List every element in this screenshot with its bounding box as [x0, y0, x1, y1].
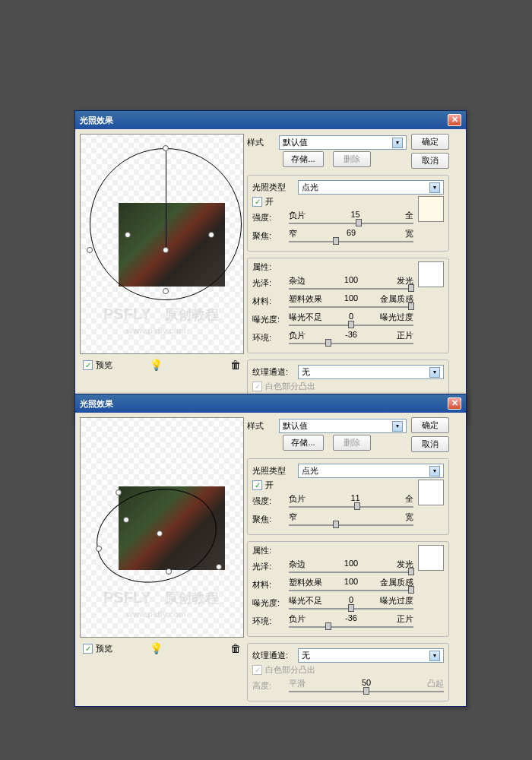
light-type-dropdown[interactable]: 点光 ▾	[298, 180, 444, 195]
close-icon[interactable]: ✕	[448, 114, 461, 126]
handle-dot-center[interactable]	[163, 247, 169, 253]
properties-label: 属性:	[252, 545, 413, 556]
checkbox-icon[interactable]: ✓	[252, 197, 262, 207]
checkbox-icon[interactable]: ✓	[83, 644, 93, 654]
texture-channel-dropdown[interactable]: 无 ▾	[298, 365, 444, 379]
intensity-slider[interactable]: 强度: 负片15全	[252, 210, 413, 226]
watermark: 原创教程	[164, 306, 219, 324]
lightbulb-icon[interactable]: 💡	[150, 359, 163, 371]
light-color-swatch[interactable]	[418, 196, 444, 222]
lighting-effects-dialog-1: 光照效果 ✕ PSFLY 原创教程 www.psfly.com ✓	[74, 110, 467, 423]
preview-controls: ✓ 预览 💡 🗑	[80, 357, 244, 372]
title-text: 光照效果	[80, 115, 113, 126]
chevron-down-icon[interactable]: ▾	[429, 651, 440, 661]
chevron-down-icon[interactable]: ▾	[429, 367, 440, 378]
checkbox-icon: ✓	[252, 382, 262, 391]
handle-dot[interactable]	[87, 247, 93, 253]
lightbulb-icon[interactable]: 💡	[150, 642, 163, 654]
delete-button: 删除	[333, 435, 371, 451]
cancel-button[interactable]: 取消	[411, 153, 449, 169]
chevron-down-icon[interactable]: ▾	[429, 182, 440, 193]
settings-column: 样式 默认值 ▾ 存储... 删除 确定 取消	[247, 134, 449, 418]
style-dropdown[interactable]: 默认值 ▾	[279, 419, 407, 433]
light-color-swatch[interactable]	[418, 480, 444, 505]
title-text: 光照效果	[80, 398, 113, 410]
material-slider[interactable]: 材料: 塑料效果100金属质感	[252, 293, 413, 309]
material-slider[interactable]: 材料: 塑料效果100金属质感	[252, 577, 413, 593]
close-icon[interactable]: ✕	[448, 397, 461, 410]
trash-icon[interactable]: 🗑	[230, 642, 241, 654]
texture-section: 纹理通道: 无 ▾ ✓ 白色部分凸出 高度: 平滑50凸起	[247, 643, 449, 701]
focus-slider[interactable]: 聚焦: 窄宽	[252, 511, 413, 527]
trash-icon[interactable]: 🗑	[230, 359, 241, 371]
preview-column: PSFLY 原创教程 www.psfly.com ✓ 预览 💡 🗑	[80, 134, 244, 418]
titlebar[interactable]: 光照效果 ✕	[75, 394, 466, 413]
preview-checkbox-row[interactable]: ✓ 预览	[83, 359, 112, 371]
handle-dot[interactable]	[116, 489, 122, 496]
handle-dot-center[interactable]	[157, 530, 163, 537]
white-high-checkbox: ✓ 白色部分凸出	[252, 664, 444, 676]
ambient-color-swatch[interactable]	[418, 261, 444, 287]
preview-canvas[interactable]: PSFLY 原创教程 www.psfly.com	[80, 134, 244, 354]
watermark: www.psfly.com	[126, 610, 186, 619]
exposure-slider[interactable]: 曝光度: 曝光不足0曝光过度	[252, 595, 413, 611]
light-type-label: 光照类型	[252, 465, 295, 477]
on-checkbox[interactable]: ✓ 开	[252, 480, 413, 491]
preview-canvas[interactable]: PSFLY 原创教程 www.psfly.com	[80, 417, 244, 638]
ambient-slider[interactable]: 环境: 负片-36正片	[252, 613, 413, 629]
texture-channel-dropdown[interactable]: 无 ▾	[298, 648, 444, 663]
handle-dot[interactable]	[123, 517, 129, 523]
intensity-slider[interactable]: 强度: 负片11全	[252, 493, 413, 509]
checkbox-icon[interactable]: ✓	[83, 360, 93, 370]
cancel-button[interactable]: 取消	[411, 436, 449, 452]
focus-slider[interactable]: 聚焦: 窄69宽	[252, 228, 413, 244]
ok-button[interactable]: 确定	[411, 134, 449, 150]
light-type-label: 光照类型	[252, 182, 295, 193]
preview-controls: ✓ 预览 💡 🗑	[80, 641, 244, 656]
watermark: 原创教程	[164, 589, 219, 607]
preview-column: PSFLY 原创教程 www.psfly.com ✓ 预览 💡 🗑	[80, 417, 244, 701]
handle-dot[interactable]	[163, 145, 169, 151]
ambient-slider[interactable]: 环境: 负片-36正片	[252, 330, 413, 346]
on-checkbox[interactable]: ✓ 开	[252, 196, 413, 207]
ok-button[interactable]: 确定	[411, 417, 449, 433]
gloss-slider[interactable]: 光泽: 杂边100发光	[252, 559, 413, 575]
properties-section: 属性: 光泽: 杂边100发光 材料: 塑料效果100金属质感	[247, 541, 449, 637]
light-direction-line	[166, 148, 166, 251]
chevron-down-icon[interactable]: ▾	[392, 138, 403, 148]
titlebar[interactable]: 光照效果 ✕	[75, 111, 466, 129]
save-button[interactable]: 存储...	[283, 435, 323, 451]
handle-dot[interactable]	[163, 288, 169, 294]
properties-section: 属性: 光泽: 杂边100发光 材料: 塑料效果100金属质感	[247, 258, 449, 353]
preview-label: 预览	[96, 643, 112, 654]
gloss-slider[interactable]: 光泽: 杂边100发光	[252, 275, 413, 291]
chevron-down-icon[interactable]: ▾	[392, 421, 403, 432]
settings-column: 样式 默认值 ▾ 存储... 删除 确定 取消	[247, 417, 449, 701]
handle-dot[interactable]	[216, 564, 222, 570]
ambient-color-swatch[interactable]	[418, 545, 444, 571]
handle-dot[interactable]	[96, 546, 102, 552]
style-label: 样式	[247, 420, 276, 432]
delete-button: 删除	[333, 151, 371, 167]
light-type-dropdown[interactable]: 点光 ▾	[298, 464, 444, 478]
texture-channel-label: 纹理通道:	[252, 366, 295, 378]
preview-label: 预览	[96, 359, 112, 371]
save-button[interactable]: 存储...	[283, 151, 323, 167]
preview-checkbox-row[interactable]: ✓ 预览	[83, 643, 112, 654]
light-type-section: 光照类型 点光 ▾ ✓ 开 强度:	[247, 458, 449, 535]
exposure-slider[interactable]: 曝光度: 曝光不足0曝光过度	[252, 312, 413, 328]
handle-dot[interactable]	[208, 232, 214, 238]
handle-dot[interactable]	[125, 232, 131, 238]
lighting-effects-dialog-2: 光照效果 ✕ PSFLY 原创教程 www.psfly.com ✓ 预览	[74, 394, 467, 707]
checkbox-icon[interactable]: ✓	[252, 480, 262, 490]
style-label: 样式	[247, 137, 276, 148]
checkbox-icon: ✓	[252, 665, 262, 675]
style-dropdown[interactable]: 默认值 ▾	[279, 135, 407, 150]
handle-dot[interactable]	[166, 568, 172, 575]
watermark: PSFLY	[103, 589, 151, 606]
chevron-down-icon[interactable]: ▾	[429, 466, 440, 477]
white-high-checkbox: ✓ 白色部分凸出	[252, 381, 444, 392]
light-type-section: 光照类型 点光 ▾ ✓ 开 强度:	[247, 175, 449, 252]
watermark: www.psfly.com	[126, 326, 186, 335]
properties-label: 属性:	[252, 261, 413, 273]
